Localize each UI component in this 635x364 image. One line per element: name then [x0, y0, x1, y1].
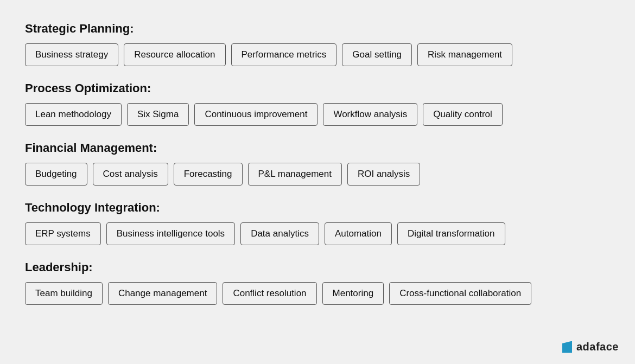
adaface-logo-text: adaface [576, 341, 619, 353]
tag-item[interactable]: Forecasting [174, 163, 243, 186]
tag-item[interactable]: Business intelligence tools [106, 222, 235, 245]
tag-item[interactable]: Business strategy [25, 43, 118, 66]
tag-item[interactable]: Continuous improvement [194, 103, 318, 126]
tag-item[interactable]: Workflow analysis [323, 103, 417, 126]
tag-item[interactable]: Performance metrics [231, 43, 337, 66]
section-title-financial-management: Financial Management: [25, 141, 610, 155]
tags-strategic-planning: Business strategyResource allocationPerf… [25, 43, 610, 66]
section-title-technology-integration: Technology Integration: [25, 201, 610, 215]
tag-item[interactable]: Goal setting [342, 43, 412, 66]
tag-item[interactable]: Lean methodology [25, 103, 122, 126]
tag-item[interactable]: Risk management [417, 43, 512, 66]
adaface-logo: adaface [562, 341, 619, 353]
tag-item[interactable]: Cross-functional collaboration [389, 282, 531, 305]
section-technology-integration: Technology Integration:ERP systemsBusine… [25, 201, 610, 245]
tag-item[interactable]: Resource allocation [124, 43, 225, 66]
tag-item[interactable]: Six Sigma [127, 103, 189, 126]
tag-item[interactable]: Automation [325, 222, 392, 245]
section-title-strategic-planning: Strategic Planning: [25, 22, 610, 36]
tag-item[interactable]: Team building [25, 282, 103, 305]
tag-item[interactable]: Budgeting [25, 163, 87, 186]
tag-item[interactable]: Cost analysis [93, 163, 168, 186]
tag-item[interactable]: Quality control [423, 103, 503, 126]
tag-item[interactable]: Data analytics [240, 222, 319, 245]
tag-item[interactable]: Conflict resolution [223, 282, 316, 305]
tags-leadership: Team buildingChange managementConflict r… [25, 282, 610, 305]
tag-item[interactable]: Mentoring [322, 282, 384, 305]
tags-process-optimization: Lean methodologySix SigmaContinuous impr… [25, 103, 610, 126]
section-financial-management: Financial Management:BudgetingCost analy… [25, 141, 610, 186]
tag-item[interactable]: P&L management [248, 163, 342, 186]
section-process-optimization: Process Optimization:Lean methodologySix… [25, 81, 610, 126]
section-leadership: Leadership:Team buildingChange managemen… [25, 260, 610, 305]
section-title-leadership: Leadership: [25, 260, 610, 274]
tag-item[interactable]: Digital transformation [397, 222, 505, 245]
tags-technology-integration: ERP systemsBusiness intelligence toolsDa… [25, 222, 610, 245]
tags-financial-management: BudgetingCost analysisForecastingP&L man… [25, 163, 610, 186]
section-title-process-optimization: Process Optimization: [25, 81, 610, 95]
tag-item[interactable]: Change management [108, 282, 218, 305]
tag-item[interactable]: ERP systems [25, 222, 101, 245]
section-strategic-planning: Strategic Planning:Business strategyReso… [25, 22, 610, 66]
tag-item[interactable]: ROI analysis [347, 163, 420, 186]
adaface-logo-icon [562, 341, 572, 353]
main-container: Strategic Planning:Business strategyReso… [0, 0, 635, 342]
